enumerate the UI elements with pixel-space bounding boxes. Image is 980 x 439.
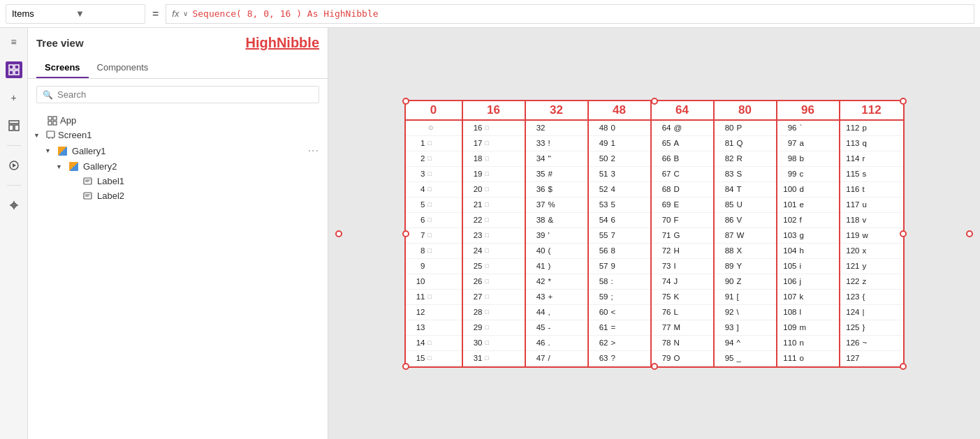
- gallery2-icon: [69, 162, 78, 171]
- handle-tm[interactable]: [651, 98, 658, 105]
- table-cell: 40(: [526, 244, 587, 259]
- table-cell: 5□: [406, 198, 462, 213]
- svg-marker-8: [13, 163, 16, 168]
- table-cell: 124|: [840, 305, 903, 320]
- handle-tr[interactable]: [900, 98, 907, 105]
- handle-mr[interactable]: [900, 230, 907, 237]
- table-cell: 491: [589, 136, 650, 151]
- svg-rect-16: [47, 131, 54, 137]
- table-cell: 44,: [526, 305, 587, 320]
- table-cell: 66B: [652, 151, 713, 167]
- resize-left[interactable]: [335, 230, 342, 237]
- nav-screens-icon[interactable]: [6, 61, 22, 78]
- tree-item-label1[interactable]: Label1: [28, 174, 328, 188]
- table-cell: 106j: [777, 274, 839, 290]
- table-cell: 107k: [777, 290, 839, 305]
- col-7: 112p113q114r115s116t117u118v119w120x121y…: [840, 121, 903, 366]
- table-cell: 8□: [406, 244, 462, 259]
- table-cell: 19□: [463, 167, 525, 182]
- table-cell: 38&: [526, 213, 587, 228]
- svg-rect-3: [15, 70, 19, 75]
- nav-variables-icon[interactable]: [6, 197, 22, 214]
- table-cell: 23□: [463, 228, 525, 244]
- search-input[interactable]: [57, 89, 313, 100]
- table-cell: 76L: [652, 305, 713, 320]
- nav-add-icon[interactable]: +: [6, 89, 22, 106]
- sidebar: Tree view HighNibble Screens Components …: [28, 28, 328, 439]
- nav-divider2: [7, 185, 21, 186]
- table-cell: 22□: [463, 213, 525, 228]
- screen-icon: [46, 131, 55, 140]
- nav-media-icon[interactable]: [6, 157, 22, 174]
- tree-view-title: Tree view: [36, 37, 84, 49]
- search-icon: 🔍: [43, 90, 53, 100]
- tree-item-app[interactable]: App: [28, 113, 328, 128]
- chevron-gallery2: ▼: [56, 163, 64, 170]
- table-cell: 122z: [840, 274, 903, 290]
- formula-text: Sequence( 8, 0, 16 ) As HighNibble: [192, 8, 378, 19]
- table-cell: 91[: [715, 290, 776, 305]
- table-cell: 32: [526, 121, 587, 136]
- tree-item-label2[interactable]: Label2: [28, 188, 328, 203]
- table-cell: 579: [589, 259, 650, 274]
- table-cell: 35#: [526, 167, 587, 182]
- table-cell: 85U: [715, 198, 776, 213]
- handle-tl[interactable]: [402, 98, 409, 105]
- table-cell: 30□: [463, 336, 525, 351]
- table-cell: 557: [589, 228, 650, 244]
- table-cell: 64@: [652, 121, 713, 136]
- content-area: 0 16 32 48 64 80 96 112 ⊙1□2□3□4□5□6□7□8…: [328, 28, 980, 439]
- table-cell: 546: [589, 213, 650, 228]
- col-2: 3233!34"35#36$37%38&39'40(41)42*43+44,45…: [526, 121, 589, 366]
- col-0: ⊙1□2□3□4□5□6□7□8□91011□121314□15□: [406, 121, 463, 366]
- table-cell: 59;: [589, 290, 650, 305]
- table-cell: 39': [526, 228, 587, 244]
- col-6: 96`97a98b99c100d101e102f103g104h105i106j…: [777, 121, 840, 366]
- col-5: 80P81Q82R83S84T85U86V87W88X89Y90Z91[92\9…: [715, 121, 777, 366]
- tab-components[interactable]: Components: [89, 58, 157, 78]
- table-cell: 37%: [526, 198, 587, 213]
- label1-label: Label1: [97, 176, 124, 186]
- nav-components-icon[interactable]: [6, 117, 22, 134]
- table-cell: ⊙: [406, 121, 462, 136]
- formula-bar[interactable]: fx ∨ Sequence( 8, 0, 16 ) As HighNibble: [166, 4, 974, 24]
- handle-br[interactable]: [900, 363, 907, 370]
- handle-ml[interactable]: [402, 230, 409, 237]
- table-cell: 60<: [589, 305, 650, 320]
- table-cell: 535: [589, 198, 650, 213]
- gallery1-more[interactable]: ···: [308, 144, 319, 157]
- label2-label: Label2: [97, 191, 124, 201]
- table-cell: 65A: [652, 136, 713, 151]
- table-cell: 524: [589, 182, 650, 198]
- table-cell: 115s: [840, 167, 903, 182]
- col-4: 64@65A66B67C68D69E70F71G72H73I74J75K76L7…: [652, 121, 715, 366]
- table-cell: 99c: [777, 167, 839, 182]
- items-dropdown[interactable]: Items ▼: [6, 4, 145, 24]
- table-cell: 123{: [840, 290, 903, 305]
- table-cell: 89Y: [715, 259, 776, 274]
- chevron-down-icon: ▼: [75, 8, 139, 19]
- table-cell: 20□: [463, 182, 525, 198]
- nav-menu-icon[interactable]: ≡: [6, 34, 22, 50]
- table-cell: 105i: [777, 259, 839, 274]
- table-cell: 18□: [463, 151, 525, 167]
- table-cell: 68D: [652, 182, 713, 198]
- handle-bl[interactable]: [402, 363, 409, 370]
- tree-item-gallery2[interactable]: ▼ Gallery2: [28, 159, 328, 174]
- table-cell: 58:: [589, 274, 650, 290]
- table-cell: 62>: [589, 336, 650, 351]
- col-header-80: 80: [715, 101, 777, 119]
- table-cell: 100d: [777, 182, 839, 198]
- table-cell: 27□: [463, 290, 525, 305]
- sidebar-header: Tree view HighNibble: [28, 28, 328, 58]
- tree-item-gallery1[interactable]: ▼ Gallery1 ···: [28, 142, 328, 159]
- app-icon: [47, 116, 57, 126]
- handle-bm[interactable]: [651, 363, 658, 370]
- fx-icon: fx: [172, 8, 179, 19]
- table-cell: 97a: [777, 136, 839, 151]
- svg-rect-2: [9, 70, 13, 75]
- resize-right[interactable]: [966, 230, 973, 237]
- tree-item-screen1[interactable]: ▼ Screen1: [28, 128, 328, 142]
- tab-screens[interactable]: Screens: [36, 58, 89, 78]
- table-cell: 41): [526, 259, 587, 274]
